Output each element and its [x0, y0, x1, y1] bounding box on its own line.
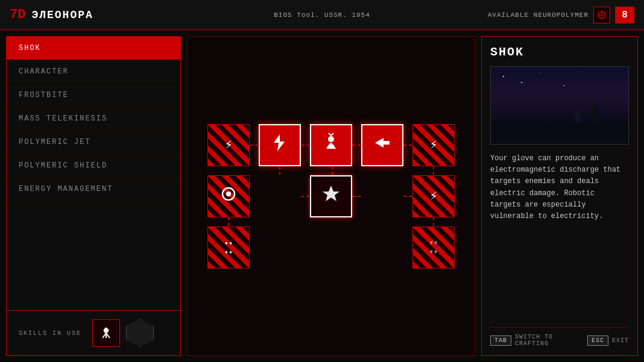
esc-action-label: EXIT [612, 337, 629, 344]
skill-node-1-1 [259, 175, 301, 217]
header-left: 7D ЭЛЕОНОРА [10, 7, 93, 22]
skill-node-0-4[interactable]: ⚡ [412, 124, 455, 166]
skill-tree-area: ⚡ [187, 36, 475, 356]
skill-node-1-2[interactable] [310, 175, 352, 217]
svg-line-24 [331, 133, 333, 136]
ground [491, 123, 628, 144]
sidebar-item-frostbite[interactable]: FROSTBITE [7, 84, 180, 107]
info-image [490, 66, 629, 145]
header-right: AVAILABLE NEUROPOLYMER 8 [488, 7, 634, 23]
star1 [503, 76, 504, 77]
skill-node-1-0[interactable] [207, 175, 250, 217]
sidebar-item-mass-telekinesis[interactable]: MASS TELEKINESIS [7, 107, 180, 131]
info-panel: SHOK Your glove can produce an electroma… [481, 36, 638, 356]
info-title: SHOK [490, 45, 629, 59]
figure3 [575, 111, 580, 123]
skill-node-2-2 [310, 226, 352, 269]
neuropolymer-count: 8 [615, 7, 634, 23]
skill-tree-wrapper: ⚡ [207, 124, 455, 269]
sidebar-item-polymeric-jet[interactable]: POLYMERIC JET [7, 131, 180, 154]
figure2 [593, 108, 599, 123]
header: 7D ЭЛЕОНОРА BIOS Tool. USSR. 1954 AVAILA… [0, 0, 644, 30]
tab-key-badge[interactable]: TAB [490, 335, 511, 346]
skill-node-2-1 [259, 226, 301, 269]
sidebar-item-polymeric-shield[interactable]: POLYMERIC SHIELD [7, 154, 180, 178]
skills-in-use: SKILLS IN USE [7, 310, 180, 355]
star4 [563, 85, 564, 86]
footer-esc-action: ESC EXIT [587, 335, 629, 346]
skill-node-2-4[interactable]: ⚡⚡⚡⚡ [412, 226, 455, 269]
svg-point-22 [328, 136, 334, 142]
neuropolymer-label: AVAILABLE NEUROPOLYMER [488, 11, 589, 19]
info-footer: TAB SWITCH TO CRAFTING ESC EXIT [490, 327, 629, 347]
star5 [581, 72, 582, 72]
sidebar-item-energy-management[interactable]: ENERGY MANAGEMENT [7, 178, 180, 201]
neuropolymer-icon [593, 7, 610, 23]
skill-slot-2[interactable] [126, 319, 154, 347]
main-content: SHOK CHARACTER FROSTBITE MASS TELEKINESI… [0, 30, 644, 362]
info-description: Your glove can produce an electromagneti… [490, 153, 629, 327]
skill-node-0-3[interactable] [361, 124, 403, 166]
skills-label: SKILLS IN USE [19, 330, 81, 337]
skill-slot-1[interactable] [92, 319, 120, 347]
sidebar-item-character[interactable]: CHARACTER [7, 60, 180, 84]
header-logo: 7D [10, 7, 25, 22]
skill-node-0-2[interactable] [310, 124, 352, 166]
skill-node-1-3 [361, 175, 403, 217]
skill-node-0-1[interactable] [259, 124, 301, 166]
tab-action-label: SWITCH TO CRAFTING [515, 334, 581, 347]
skill-node-2-0[interactable]: ✦✦✦✦ [207, 226, 250, 269]
sidebar: SHOK CHARACTER FROSTBITE MASS TELEKINESI… [6, 36, 181, 356]
sidebar-item-shok[interactable]: SHOK [7, 37, 180, 60]
star3 [539, 73, 540, 73]
skill-node-1-4[interactable]: ⚡ [412, 175, 455, 217]
header-subtitle: BIOS Tool. USSR. 1954 [274, 11, 370, 19]
star2 [521, 82, 522, 83]
skill-node-0-0[interactable]: ⚡ [207, 124, 250, 166]
sky [491, 67, 628, 123]
esc-key-badge[interactable]: ESC [587, 335, 608, 346]
character-name: ЭЛЕОНОРА [31, 9, 93, 21]
sidebar-nav: SHOK CHARACTER FROSTBITE MASS TELEKINESI… [7, 37, 180, 310]
svg-marker-25 [375, 138, 390, 148]
skill-node-2-3 [361, 226, 403, 269]
skill-grid: ⚡ [207, 124, 455, 269]
svg-point-27 [226, 192, 231, 196]
footer-tab-action: TAB SWITCH TO CRAFTING [490, 334, 581, 347]
